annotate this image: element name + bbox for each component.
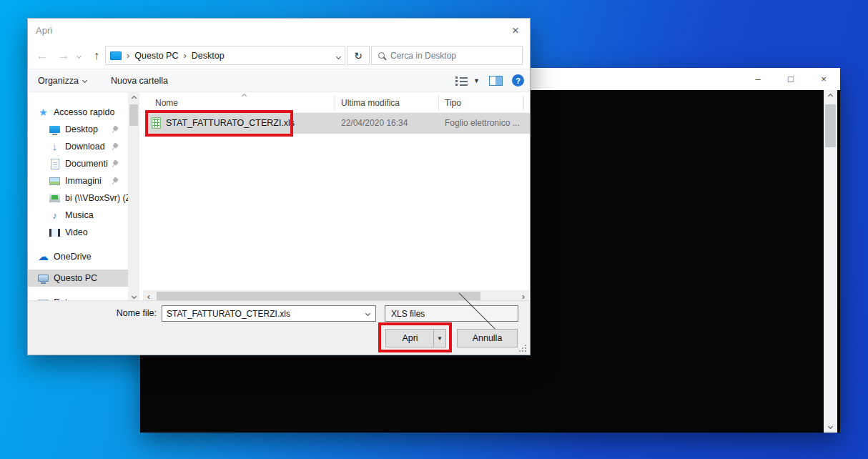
sidebar-item-label: Immagini [65,176,102,186]
column-divider[interactable] [523,95,524,110]
column-divider[interactable] [438,95,439,110]
sidebar-item-label: Questo PC [54,273,97,283]
command-toolbar: Organizza Nuova cartella ▼ ? [28,69,530,92]
up-button[interactable]: ↑ [88,47,105,64]
organize-label: Organizza [38,76,79,86]
search-box[interactable] [371,46,523,65]
download-icon: ↓ [49,142,61,152]
help-icon[interactable]: ? [512,74,524,87]
recent-locations-chevron-icon[interactable] [74,47,84,64]
music-icon: ♪ [49,210,61,221]
sidebar-item-download[interactable]: ↓ Download [28,138,128,155]
open-file-dialog: Apri × ← → ↑ › Questo PC › Desktop ↻ [27,18,531,355]
sidebar-item-quick-access[interactable]: ★ Accesso rapido [28,104,128,121]
scrollbar-thumb[interactable] [825,104,836,147]
sidebar-item-video[interactable]: Video [28,224,128,241]
breadcrumb-separator-icon: › [127,50,129,61]
file-type-cell: Foglio elettronico ... [445,118,520,128]
filetype-value: XLS files [391,309,451,319]
pin-icon [109,159,120,169]
resize-grip[interactable] [518,344,526,352]
sidebar-item-vbox-share[interactable]: bi (\\VBoxSvr) (Z [28,189,128,207]
sidebar-item-musica[interactable]: ♪ Musica [28,207,128,224]
details-view-icon[interactable] [455,76,468,85]
breadcrumb-separator-icon: › [183,50,186,61]
sidebar-item-label: Accesso rapido [54,107,114,117]
refresh-button[interactable]: ↻ [347,46,370,65]
sidebar-item-label: Desktop [65,124,98,134]
column-header-modified[interactable]: Ultima modifica [341,98,400,108]
sidebar-item-onedrive[interactable]: ☁ OneDrive [28,248,128,265]
quick-access-star-icon: ★ [37,107,49,118]
back-button[interactable]: ← [34,47,51,64]
network-drive-icon [49,194,61,202]
breadcrumb[interactable]: › Questo PC › Desktop [105,46,345,65]
minimize-button[interactable]: – [741,68,774,90]
maximize-button[interactable]: □ [774,68,807,90]
search-icon [378,52,385,59]
sidebar-item-label: Documenti [65,159,108,169]
dialog-close-button[interactable]: × [505,22,526,39]
forward-button[interactable]: → [55,47,72,64]
sidebar-item-label: Musica [65,210,94,220]
scroll-down-icon[interactable] [824,420,837,433]
image-icon [49,177,61,185]
column-divider[interactable] [335,95,335,110]
close-button[interactable]: × [807,68,840,90]
file-modified-cell: 22/04/2020 16:34 [341,118,408,128]
computer-icon [110,51,122,60]
filename-combobox[interactable] [162,305,376,322]
address-dropdown-chevron-icon[interactable] [337,51,340,61]
sidebar-item-label: OneDrive [54,252,92,262]
new-folder-button[interactable]: Nuova cartella [105,69,174,92]
dialog-titlebar[interactable]: Apri × [28,19,530,42]
scrollbar-thumb[interactable] [157,292,480,300]
app-window-vertical-scrollbar[interactable] [824,90,837,433]
pin-icon [109,124,120,135]
sidebar-item-label: Download [65,142,105,152]
sidebar-item-label: Video [65,227,88,237]
dialog-footer: Nome file: XLS files Apri ▼ Annulla [28,300,530,355]
scroll-up-icon[interactable] [128,92,139,104]
cancel-button-label: Annulla [473,333,503,343]
preview-pane-icon[interactable] [489,76,503,86]
onedrive-cloud-icon: ☁ [37,250,49,263]
this-pc-icon [37,275,49,282]
filename-label: Nome file: [107,308,157,318]
sidebar-scrollbar[interactable] [128,92,139,302]
sidebar-item-questo-pc[interactable]: Questo PC [28,270,128,287]
video-icon [49,229,61,237]
filetype-dropdown[interactable]: XLS files [385,305,518,322]
cancel-button[interactable]: Annulla [457,329,518,347]
desktop-icon [49,126,61,133]
new-folder-label: Nuova cartella [111,76,168,86]
organize-button[interactable]: Organizza [32,69,92,92]
sidebar-item-desktop[interactable]: Desktop [28,121,128,138]
scrollbar-thumb[interactable] [129,104,138,126]
pin-icon [109,142,120,152]
sidebar-item-documenti[interactable]: Documenti [28,155,128,172]
annotation-highlight-file [145,110,293,137]
sidebar-item-label: bi (\\VBoxSvr) (Z [65,193,128,203]
navigation-sidebar: ★ Accesso rapido Desktop ↓ Download Docu… [28,92,128,302]
column-header-name[interactable]: Nome [155,98,178,108]
breadcrumb-item-desktop[interactable]: Desktop [192,51,225,61]
sidebar-item-immagini[interactable]: Immagini [28,172,128,189]
chevron-down-icon[interactable] [365,311,370,316]
view-options-caret-icon[interactable]: ▼ [473,77,480,84]
breadcrumb-item-questo-pc[interactable]: Questo PC [134,51,178,61]
search-input[interactable] [390,51,516,61]
pin-icon [109,176,120,187]
column-header-type[interactable]: Tipo [445,98,461,108]
sort-ascending-icon [242,94,247,99]
dialog-title: Apri [36,25,52,36]
chevron-down-icon [82,78,87,83]
scroll-up-icon[interactable] [824,90,837,102]
filename-input[interactable] [167,309,362,319]
navigation-bar: ← → ↑ › Questo PC › Desktop ↻ [28,42,530,69]
desktop-background: – □ × Apri × ← → ↑ › Questo PC › Desktop [0,0,868,459]
document-icon [49,159,61,169]
annotation-highlight-open-button [378,322,452,352]
